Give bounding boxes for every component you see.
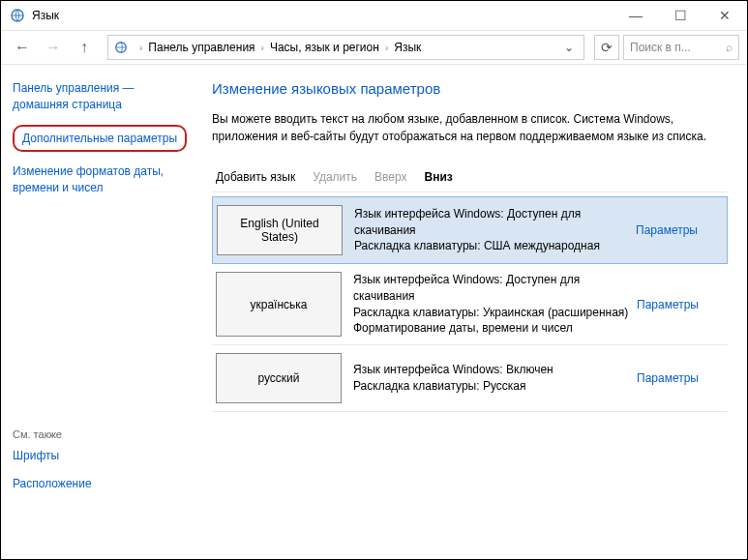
language-options: Параметры [637,272,724,337]
language-options: Параметры [637,353,724,403]
refresh-button[interactable]: ⟳ [594,35,619,60]
language-row[interactable]: русскийЯзык интерфейса Windows: ВключенР… [212,345,728,412]
page-description: Вы можете вводить текст на любом языке, … [212,110,728,145]
search-icon: ⌕ [726,41,733,54]
language-row[interactable]: українськаЯзык интерфейса Windows: Досту… [212,264,728,345]
up-button[interactable]: ↑ [71,34,98,61]
navbar: ← → ↑ › Панель управления › Часы, язык и… [1,30,747,65]
sidebar-fonts-link[interactable]: Шрифты [13,448,193,464]
see-also-label: См. также [13,428,193,440]
move-down-button[interactable]: Вниз [425,170,453,184]
options-link[interactable]: Параметры [637,371,699,385]
add-language-button[interactable]: Добавить язык [216,170,295,184]
move-up-button[interactable]: Вверх [374,170,406,184]
language-tile[interactable]: English (United States) [217,205,343,255]
page-heading: Изменение языковых параметров [212,80,728,97]
forward-button[interactable]: → [40,34,67,61]
window-controls: — ☐ ✕ [613,1,747,30]
language-details: Язык интерфейса Windows: Доступен для ск… [354,205,636,255]
sidebar-advanced-link[interactable]: Дополнительные параметры [22,131,177,147]
crumb-control-panel[interactable]: Панель управления [148,41,254,54]
language-list: English (United States)Язык интерфейса W… [212,196,728,412]
back-button[interactable]: ← [9,34,36,61]
language-details: Язык интерфейса Windows: ВключенРаскладк… [353,353,637,403]
body: Панель управления — домашняя страница До… [1,65,747,559]
language-tile[interactable]: українська [216,272,342,337]
highlight-callout: Дополнительные параметры [13,125,187,153]
window-title: Язык [32,9,59,22]
crumb-language[interactable]: Язык [394,41,421,54]
maximize-button[interactable]: ☐ [658,1,703,30]
options-link[interactable]: Параметры [636,223,698,237]
chevron-right-icon: › [257,43,268,53]
language-row[interactable]: English (United States)Язык интерфейса W… [212,196,728,264]
crumb-clock-lang-region[interactable]: Часы, язык и регион [270,41,379,54]
sidebar-formats-link[interactable]: Изменение форматов даты, времени и чисел [13,163,193,196]
sidebar-home-link[interactable]: Панель управления — домашняя страница [13,80,193,113]
language-options: Параметры [636,205,723,255]
minimize-button[interactable]: — [613,1,658,30]
chevron-down-icon[interactable]: ⌄ [558,41,580,54]
chevron-right-icon: › [381,43,392,53]
globe-icon [9,7,26,24]
chevron-right-icon: › [135,43,146,53]
search-input[interactable]: Поиск в п... ⌕ [623,35,739,60]
breadcrumb[interactable]: › Панель управления › Часы, язык и регио… [107,35,584,60]
sidebar: Панель управления — домашняя страница До… [1,65,204,559]
titlebar: Язык — ☐ ✕ [1,1,747,30]
globe-icon [112,39,130,56]
remove-button[interactable]: Удалить [313,170,357,184]
sidebar-location-link[interactable]: Расположение [13,476,193,492]
language-details: Язык интерфейса Windows: Доступен для ск… [353,272,637,337]
options-link[interactable]: Параметры [637,298,699,311]
main-content: Изменение языковых параметров Вы можете … [204,65,747,559]
close-button[interactable]: ✕ [703,1,747,30]
search-placeholder: Поиск в п... [630,41,691,54]
language-tile[interactable]: русский [216,353,342,403]
language-toolbar: Добавить язык Удалить Вверх Вниз [212,162,728,192]
